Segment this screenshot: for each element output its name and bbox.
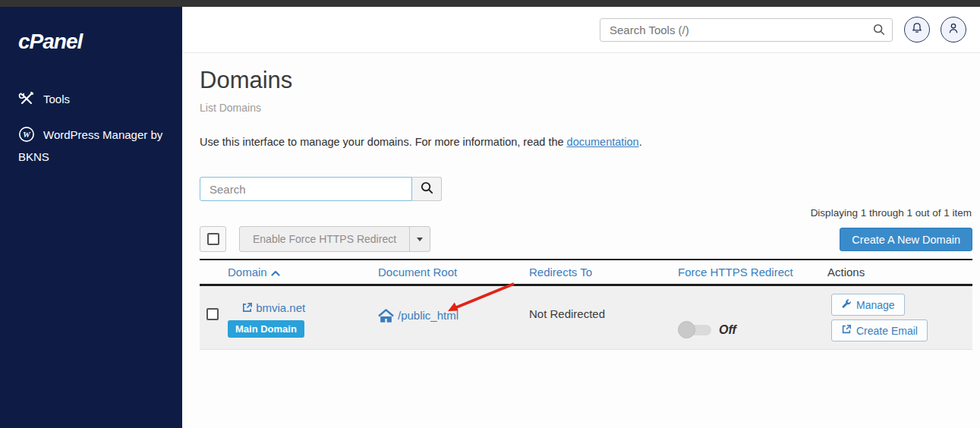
domain-link[interactable]: bmvia.net <box>256 301 305 314</box>
notifications-button[interactable] <box>904 17 930 42</box>
manage-button-label: Manage <box>856 299 895 311</box>
topbar <box>182 7 980 53</box>
row-checkbox[interactable] <box>206 308 219 320</box>
create-domain-button[interactable]: Create A New Domain <box>840 228 972 251</box>
select-all-checkbox[interactable] <box>207 233 219 245</box>
table-row: bmvia.net Main Domain /public_html Not R… <box>200 286 972 350</box>
sidebar-item-wordpress-manager[interactable]: W WordPress Manager by BKNS <box>0 117 182 175</box>
domains-table: Domain Document Root Redirects To Force … <box>200 259 972 350</box>
user-icon <box>947 21 960 38</box>
main-domain-badge: Main Domain <box>228 320 304 338</box>
row-select-cell <box>200 286 228 349</box>
create-email-button-label: Create Email <box>856 325 918 337</box>
main-content: Domains List Domains Use this interface … <box>182 53 980 428</box>
table-filter-row <box>200 177 442 201</box>
wrench-icon <box>841 298 852 311</box>
search-icon <box>872 23 886 36</box>
external-link-icon <box>841 324 852 337</box>
sidebar-item-tools[interactable]: Tools <box>0 81 182 117</box>
header-redirects-to: Redirects To <box>529 266 678 279</box>
tools-search-wrap <box>600 18 893 42</box>
document-root-cell: /public_html <box>378 286 529 349</box>
cpanel-domains-page: cPanel Tools W Word <box>0 0 980 428</box>
browser-top-strip <box>0 0 980 7</box>
tools-icon <box>18 90 35 107</box>
header-actions: Actions <box>827 266 972 279</box>
sidebar-item-label: WordPress Manager by BKNS <box>18 128 162 163</box>
account-button[interactable] <box>941 17 966 42</box>
page-subtitle: List Domains <box>200 102 261 114</box>
header-force-https: Force HTTPS Redirect <box>678 266 827 279</box>
manage-button[interactable]: Manage <box>831 294 905 316</box>
toggle-knob <box>678 321 695 338</box>
home-icon <box>378 309 394 326</box>
search-icon <box>420 181 434 197</box>
header-domain: Domain <box>228 266 378 279</box>
toggle-state-label: Off <box>719 323 736 337</box>
bulk-action-split-button[interactable]: Enable Force HTTPS Redirect <box>239 226 430 252</box>
sidebar-item-label: Tools <box>43 93 70 105</box>
table-search-button[interactable] <box>412 177 442 201</box>
cpanel-logo: cPanel <box>0 7 182 54</box>
bulk-action-caret[interactable] <box>409 227 430 251</box>
redirects-to-cell: Not Redirected <box>529 286 678 349</box>
header-domain-label: Domain <box>228 266 267 279</box>
domain-cell: bmvia.net Main Domain <box>228 286 378 349</box>
bulk-action-label[interactable]: Enable Force HTTPS Redirect <box>240 227 409 251</box>
sort-domain[interactable]: Domain <box>228 266 280 279</box>
bell-icon <box>910 21 924 38</box>
caret-down-icon <box>417 238 423 241</box>
header-document-root: Document Root <box>378 266 529 279</box>
table-header-row: Domain Document Root Redirects To Force … <box>200 259 972 286</box>
search-tools-input[interactable] <box>600 18 893 42</box>
force-https-toggle[interactable] <box>678 324 711 336</box>
select-all-checkbox-wrap[interactable] <box>200 226 226 252</box>
wordpress-icon: W <box>18 126 35 143</box>
page-description: Use this interface to manage your domain… <box>200 136 642 148</box>
chevron-up-icon <box>271 266 280 279</box>
pagination-status: Displaying 1 through 1 out of 1 item <box>811 207 972 219</box>
document-root-link[interactable]: /public_html <box>398 309 458 322</box>
bulk-controls-row: Enable Force HTTPS Redirect Create A New… <box>200 226 972 252</box>
external-link-icon <box>241 301 256 314</box>
force-https-cell: Off <box>678 286 827 349</box>
create-email-button[interactable]: Create Email <box>831 319 928 341</box>
svg-text:W: W <box>23 130 31 139</box>
page-title: Domains <box>200 67 292 94</box>
description-text: Use this interface to manage your domain… <box>200 136 567 148</box>
sidebar: cPanel Tools W Word <box>0 7 182 428</box>
description-period: . <box>639 136 642 148</box>
table-search-input[interactable] <box>200 177 412 201</box>
documentation-link[interactable]: documentation <box>567 136 639 148</box>
actions-cell: Manage Create Email <box>827 286 972 349</box>
sidebar-nav: Tools W WordPress Manager by BKNS <box>0 81 182 175</box>
